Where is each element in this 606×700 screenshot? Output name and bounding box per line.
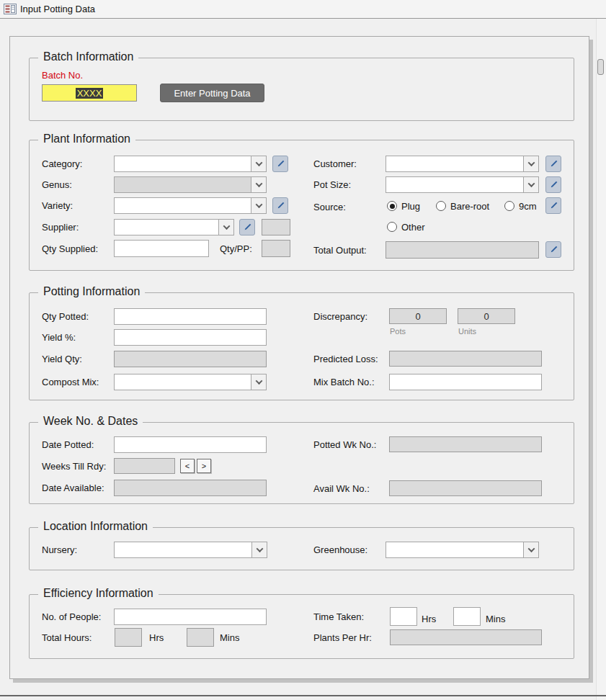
form-title: Input Potting Data (20, 0, 95, 18)
time-taken-mins-input[interactable] (453, 607, 481, 626)
mix-batch-no-label: Mix Batch No.: (313, 374, 375, 390)
customer-label: Customer: (313, 156, 357, 172)
chevron-down-icon[interactable] (251, 198, 266, 213)
pencil-icon (276, 201, 285, 210)
vertical-scrollbar-thumb[interactable] (597, 59, 604, 75)
category-edit-button[interactable] (272, 156, 288, 172)
bottom-divider (0, 695, 606, 696)
units-caption: Units (458, 326, 476, 336)
pencil-icon (276, 159, 285, 169)
chevron-down-icon[interactable] (523, 542, 538, 557)
chevron-down-icon[interactable] (251, 156, 266, 171)
total-output-label: Total Output: (313, 242, 367, 259)
plant-information-legend: Plant Information (38, 133, 135, 145)
date-potted-label: Date Potted: (42, 436, 94, 453)
time-taken-hrs-input[interactable] (390, 607, 417, 626)
nursery-combobox[interactable] (114, 542, 267, 558)
yield-pct-input[interactable] (114, 329, 267, 346)
source-radio-bare-root[interactable]: Bare-root (436, 199, 489, 212)
supplier-label: Supplier: (42, 219, 79, 235)
pencil-icon (549, 180, 558, 189)
compost-mix-combobox[interactable] (114, 374, 267, 390)
source-radio-other[interactable]: Other (387, 220, 425, 233)
total-output-field-disabled (386, 241, 539, 259)
yield-pct-label: Yield %: (42, 329, 76, 346)
qty-pp-label: Qty/PP: (220, 241, 252, 257)
potting-information-legend: Potting Information (38, 285, 145, 298)
batch-no-label: Batch No. (42, 67, 83, 84)
chevron-down-icon[interactable] (523, 156, 538, 171)
total-hours-label: Total Hours: (42, 629, 92, 646)
total-output-edit-button[interactable] (545, 241, 561, 258)
avail-wk-no-label: Avail Wk No.: (313, 480, 370, 497)
compost-mix-label: Compost Mix: (42, 374, 99, 390)
chevron-down-icon (251, 177, 266, 192)
pencil-icon (549, 201, 558, 210)
variety-edit-button[interactable] (272, 197, 288, 214)
date-available-label: Date Available: (42, 480, 104, 496)
total-hours-mins-caption: Mins (220, 629, 239, 646)
mix-batch-no-input[interactable] (389, 374, 542, 390)
radio-icon (504, 201, 514, 211)
potted-wk-no-label: Potted Wk No.: (313, 436, 376, 453)
source-radio-9cm[interactable]: 9cm (504, 199, 537, 212)
weeks-increment-button[interactable]: > (197, 459, 211, 473)
radio-icon (436, 201, 446, 211)
total-hours-hrs-caption: Hrs (149, 629, 164, 646)
customer-edit-button[interactable] (545, 156, 561, 172)
predicted-loss-field-disabled (389, 351, 542, 367)
no-of-people-input[interactable] (114, 609, 267, 625)
greenhouse-label: Greenhouse: (313, 542, 367, 558)
potted-wk-no-field-disabled (389, 436, 542, 452)
location-information-legend: Location Information (38, 520, 153, 533)
genus-combobox-disabled (114, 176, 267, 193)
source-bare-root-label: Bare-root (450, 201, 489, 212)
supplier-combobox[interactable] (114, 219, 234, 235)
no-of-people-label: No. of People: (42, 609, 101, 625)
supplier-aux-field-disabled (262, 219, 290, 235)
form-title-bar: Input Potting Data (0, 0, 606, 19)
qty-potted-input[interactable] (114, 308, 267, 325)
radio-icon (387, 201, 397, 211)
qty-pp-field-disabled (262, 240, 290, 257)
source-label: Source: (313, 199, 346, 215)
efficiency-information-legend: Efficiency Information (38, 587, 159, 600)
source-9cm-label: 9cm (519, 201, 537, 212)
batch-no-input[interactable]: XXXX (42, 84, 137, 102)
enter-potting-data-button[interactable]: Enter Potting Data (160, 84, 264, 102)
variety-combobox[interactable] (114, 197, 267, 214)
pencil-icon (549, 159, 558, 169)
source-radio-plug[interactable]: Plug (387, 199, 420, 212)
chevron-down-icon[interactable] (218, 220, 233, 235)
category-combobox[interactable] (114, 156, 267, 172)
qty-supplied-label: Qty Supplied: (42, 241, 98, 257)
customer-combobox[interactable] (386, 156, 539, 172)
total-hours-mins-field-disabled (187, 628, 214, 647)
supplier-edit-button[interactable] (239, 219, 255, 235)
plants-per-hr-label: Plants Per Hr: (313, 629, 372, 646)
batch-no-value: XXXX (76, 88, 104, 99)
chevron-down-icon[interactable] (523, 177, 538, 192)
date-available-field-disabled (114, 480, 267, 496)
pots-caption: Pots (390, 326, 406, 336)
form-icon (4, 4, 17, 14)
qty-potted-label: Qty Potted: (42, 308, 89, 325)
avail-wk-no-field-disabled (389, 480, 542, 496)
plants-per-hr-field-disabled (390, 629, 542, 645)
qty-supplied-input[interactable] (114, 240, 209, 257)
pot-size-edit-button[interactable] (545, 176, 561, 193)
chevron-down-icon[interactable] (251, 374, 266, 390)
source-edit-button[interactable] (545, 197, 561, 214)
vertical-scrollbar-track[interactable] (596, 19, 606, 700)
time-taken-hrs-caption: Hrs (422, 611, 436, 627)
pencil-icon (243, 223, 252, 232)
time-taken-mins-caption: Mins (486, 611, 505, 627)
genus-label: Genus: (42, 176, 72, 193)
chevron-down-icon[interactable] (251, 542, 267, 557)
date-potted-input[interactable] (114, 436, 267, 453)
discrepancy-pots-field: 0 (389, 308, 447, 324)
yield-qty-field-disabled (114, 351, 267, 367)
weeks-decrement-button[interactable]: < (180, 459, 195, 473)
pot-size-combobox[interactable] (386, 176, 539, 193)
greenhouse-combobox[interactable] (386, 542, 539, 558)
